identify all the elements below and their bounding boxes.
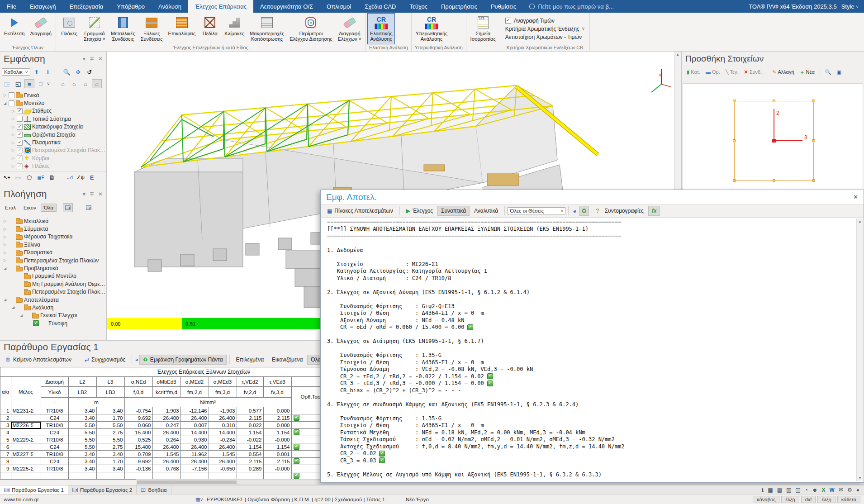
visibility-checkbox[interactable]	[17, 163, 23, 169]
website-link[interactable]: www.tol.com.gr	[4, 497, 39, 502]
user-icon[interactable]: ☻	[812, 487, 818, 493]
coatings-button[interactable]: Επικαλύψεις	[165, 13, 198, 44]
member-cell[interactable]: ΜΣ231-Σ	[11, 407, 41, 414]
add-connection-button[interactable]: ✕Συνδ.	[742, 68, 764, 76]
expander-icon[interactable]: ◢	[3, 298, 7, 302]
tree-item[interactable]: ◢ Μοντέλο	[0, 99, 106, 107]
menu-item[interactable]: Προμετρήσεις	[434, 0, 484, 13]
visibility-checkbox[interactable]	[17, 155, 23, 161]
tree-item[interactable]: ▷ Πλασματικά	[0, 249, 106, 257]
always-show-graphs-button[interactable]: ♻Εμφάνιση Γραφημάτων Πάντα	[139, 355, 227, 365]
tab-summary[interactable]: Συνοπτικά	[437, 206, 470, 216]
filter-selected-button[interactable]: Επιλ	[2, 204, 19, 212]
member-cell[interactable]	[11, 443, 41, 451]
summary-report-text[interactable]: ========================================…	[322, 219, 856, 481]
member-cell[interactable]	[11, 414, 41, 422]
expander-icon[interactable]: ▷	[3, 93, 7, 97]
delete-button[interactable]: Διαγραφή	[27, 13, 54, 44]
fx-button[interactable]: fx	[648, 206, 660, 216]
expander-icon[interactable]: ▷	[11, 133, 15, 137]
expander-icon[interactable]: ◢	[11, 305, 15, 309]
menu-item[interactable]: File	[0, 0, 23, 13]
visibility-checkbox[interactable]	[9, 100, 14, 106]
tree-item[interactable]: ▷ Ξύλινα	[0, 241, 106, 248]
menu-item[interactable]: Λειτουργικότητα Ο/Σ	[253, 0, 320, 13]
zoom-previous-icon[interactable]: ↺	[85, 67, 95, 76]
sync-button[interactable]: ⇄Συγχρονισμός	[81, 355, 129, 365]
visibility-checkbox[interactable]	[17, 132, 23, 138]
tree-item[interactable]: Πεπερασμένα Στοιχεία Πλακών	[0, 288, 106, 296]
abbreviations-button[interactable]: Συντομογραφίες	[601, 206, 647, 216]
item-checkbox[interactable]	[33, 320, 39, 326]
tree-item[interactable]: ▷ Πλασματικά	[0, 138, 106, 146]
result-tables-button[interactable]: ▦Πίνακες Αποτελεσμάτων	[323, 206, 397, 216]
tell-me-search[interactable]: Πείτε μου πως μπορώ να β...	[523, 0, 620, 13]
clock-icon[interactable]: ◕	[135, 356, 138, 363]
expander-icon[interactable]: ▷	[11, 125, 15, 129]
combo-chart-icon[interactable]: ◫	[795, 487, 800, 493]
results-text-button[interactable]: 🗎Κείμενο Αποτελεσμάτων	[2, 355, 75, 365]
grid-toggle[interactable]: κάναβος	[753, 496, 779, 503]
new-button[interactable]: ＋Νέα	[798, 67, 817, 77]
report-vertical-scrollbar[interactable]: ▲▼	[856, 219, 863, 481]
slabs-button[interactable]: Πλάκες	[57, 13, 81, 44]
bar-chart-icon[interactable]: ▤	[777, 487, 782, 493]
dxf-toggle[interactable]: dxf	[801, 496, 816, 503]
show-values-checkbox[interactable]: Αναγραφή Τιμών	[505, 18, 585, 24]
expander-icon[interactable]: ▷	[3, 258, 7, 262]
tree-item[interactable]: Μη Γραμμική Ανάλυση Θεμελίωσης	[0, 280, 106, 288]
linear-elements-button[interactable]: Γραμμικά Στοιχεία ˅	[81, 13, 108, 44]
workwindow1-icon[interactable]: 1	[63, 203, 73, 212]
hidden-line-view-icon[interactable]: ◱	[13, 79, 23, 88]
roof-gray-icon[interactable]: ⌂	[81, 79, 90, 88]
menu-item[interactable]: Ρυθμίσεις	[484, 0, 523, 13]
zoom-icon[interactable]: 🔍	[823, 68, 834, 76]
settings-icon[interactable]: ⚙	[847, 487, 852, 493]
positions-dropdown[interactable]: Όλες οι Θέσεις˅	[508, 207, 565, 214]
snap2-toggle[interactable]: έλξη	[817, 496, 835, 503]
filter-all-button[interactable]: Όλα	[41, 204, 57, 212]
footings-button[interactable]: Πεδίλα	[198, 13, 222, 44]
member-cell[interactable]	[11, 429, 41, 436]
member-cell[interactable]: ΜΣ226-Σ	[11, 422, 41, 429]
pin-icon[interactable]: ∓	[90, 191, 94, 197]
visibility-checkbox[interactable]	[17, 147, 23, 153]
tree-item[interactable]: ▷ Πεπερασμένα Στοιχεία Πλακών	[0, 257, 106, 264]
help-icon[interactable]: ?	[595, 208, 600, 214]
wireframe-view-icon[interactable]: ◳	[2, 79, 12, 88]
solid-view-icon[interactable]: ■	[24, 79, 34, 88]
excel-export-icon[interactable]: X	[822, 487, 826, 493]
member-cell[interactable]: ΜΣ227-Σ	[11, 451, 41, 458]
truss-outline-icon[interactable]: ⌂	[69, 79, 79, 88]
expander-icon[interactable]: ▷	[11, 164, 15, 168]
color-indication-criteria-menu[interactable]: Κριτήρια Χρωματικής Ένδειξης˅	[505, 26, 585, 32]
member-cell[interactable]	[11, 458, 41, 465]
truss-colored-icon[interactable]: ⌂	[58, 79, 68, 88]
menu-item[interactable]: Τεύχος	[403, 0, 434, 13]
info-icon[interactable]: ℹ	[762, 487, 764, 493]
select-add-icon[interactable]: ↖+	[2, 173, 12, 182]
tab-work-window-2[interactable]: 2Παράθυρο Εργασίας 2	[68, 485, 137, 494]
expander-icon[interactable]: ◢	[19, 314, 24, 318]
level-down-icon[interactable]: ⬇	[43, 67, 53, 76]
mail-icon[interactable]: ✉	[839, 487, 843, 493]
pan-icon[interactable]: ✥	[73, 67, 83, 76]
menu-item[interactable]: Σχέδια CAD	[358, 0, 403, 13]
visibility-checkbox[interactable]	[17, 140, 23, 146]
pie-chart-icon[interactable]: ◔	[805, 487, 808, 493]
menu-item[interactable]: Ανάλυση	[152, 0, 188, 13]
add-column-button[interactable]: ▮Κατ.	[684, 68, 703, 76]
menu-item[interactable]: Επεξεργασία	[62, 0, 110, 13]
angle-icon[interactable]: ∠ψ	[76, 173, 85, 182]
expander-icon[interactable]: ▷	[11, 109, 15, 113]
refresh-icon[interactable]: ♻	[579, 206, 589, 216]
menu-item[interactable]: Εισαγωγή	[23, 0, 62, 13]
run-button[interactable]: Εκτέλεση	[1, 13, 27, 44]
select-rect-icon[interactable]: ▭	[13, 173, 23, 182]
add-purlin-button[interactable]: ╲Τεγ.	[723, 68, 741, 76]
style-menu[interactable]: Style ˅	[841, 3, 859, 10]
visibility-checkbox[interactable]	[17, 116, 23, 122]
expander-icon[interactable]: ▷	[11, 156, 15, 160]
close-icon[interactable]: ✕	[853, 194, 858, 200]
expander-icon[interactable]: ▷	[3, 235, 7, 239]
